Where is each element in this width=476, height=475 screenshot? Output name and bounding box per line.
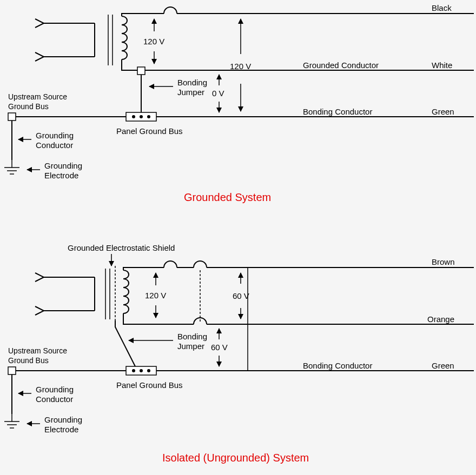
panel-ground-bus-icon — [126, 366, 156, 375]
svg-rect-30 — [194, 323, 207, 326]
transformer-core — [108, 15, 113, 65]
wire-hop — [164, 261, 177, 269]
upstream-label-2: Ground Bus — [8, 356, 49, 365]
svg-rect-13 — [164, 12, 177, 15]
bonding-jumper-label-1: Bonding — [177, 332, 207, 341]
brown-label: Brown — [432, 257, 455, 266]
isolated-system: Grounded Electrostatic Shield 120 V — [4, 243, 474, 464]
voltage-label-xfmr: 120 V — [143, 37, 164, 46]
voltage-label-xfmr: 120 V — [145, 291, 166, 300]
upstream-bus-box — [8, 367, 16, 374]
diagram-root: 120 V 120 V 0 V Grounded Conductor Black… — [0, 0, 476, 475]
green-label: Green — [432, 107, 454, 116]
grounding-electrode-label-1: Grounding — [44, 161, 82, 170]
grounding-conductor-label-1: Grounding — [36, 385, 74, 394]
grounding-electrode-icon — [4, 414, 19, 428]
grounded-system: 120 V 120 V 0 V Grounded Conductor Black… — [4, 3, 474, 203]
wire-hop — [194, 318, 207, 326]
primary-winding — [35, 273, 95, 315]
green-label: Green — [432, 361, 454, 370]
grounded-title: Grounded System — [184, 191, 271, 203]
bonding-jumper-open — [115, 320, 135, 366]
bonding-jumper-label-2: Jumper — [177, 342, 204, 351]
wire-hop — [194, 261, 207, 269]
neutral-tap — [137, 67, 145, 75]
upstream-label-1: Upstream Source — [8, 92, 67, 101]
shield-label: Grounded Electrostatic Shield — [68, 243, 175, 252]
bonding-conductor-label: Bonding Conductor — [303, 107, 372, 116]
secondary-winding — [123, 270, 129, 313]
white-label: White — [432, 61, 452, 70]
svg-rect-28 — [164, 266, 177, 269]
upstream-bus-box — [8, 113, 16, 121]
grounding-conductor-label-1: Grounding — [36, 131, 74, 140]
upstream-label-2: Ground Bus — [8, 102, 49, 111]
primary-winding — [35, 19, 95, 61]
wire-hop — [164, 7, 177, 15]
grounding-electrode-label-1: Grounding — [44, 415, 82, 424]
grounding-electrode-icon — [4, 160, 19, 174]
bonding-conductor-label: Bonding Conductor — [303, 361, 372, 370]
orange-label: Orange — [427, 315, 454, 324]
orange-conductor — [123, 313, 474, 324]
voltage-label-upper: 60 V — [233, 291, 249, 300]
svg-rect-29 — [194, 266, 207, 269]
bonding-jumper-label-2: Jumper — [177, 88, 204, 97]
voltage-label-total: 120 V — [230, 62, 251, 71]
panel-ground-bus-icon — [126, 112, 156, 121]
transformer-core — [105, 269, 110, 319]
grounding-electrode-label-2: Electrode — [44, 171, 78, 180]
grounding-conductor-label-2: Conductor — [36, 141, 73, 150]
voltage-label-lower: 60 V — [211, 343, 228, 352]
isolated-title: Isolated (Ungrounded) System — [162, 452, 309, 464]
panel-ground-bus-label: Panel Ground Bus — [116, 126, 183, 136]
bonding-jumper-label-1: Bonding — [177, 78, 207, 87]
white-conductor — [122, 59, 474, 70]
secondary-winding — [122, 16, 127, 59]
grounding-conductor-label-2: Conductor — [36, 394, 73, 404]
voltage-label-zero: 0 V — [212, 89, 224, 98]
grounding-electrode-label-2: Electrode — [44, 425, 78, 434]
grounded-conductor-label: Grounded Conductor — [303, 61, 379, 70]
upstream-label-1: Upstream Source — [8, 346, 67, 355]
panel-ground-bus-label: Panel Ground Bus — [116, 380, 183, 390]
black-label: Black — [432, 3, 452, 12]
